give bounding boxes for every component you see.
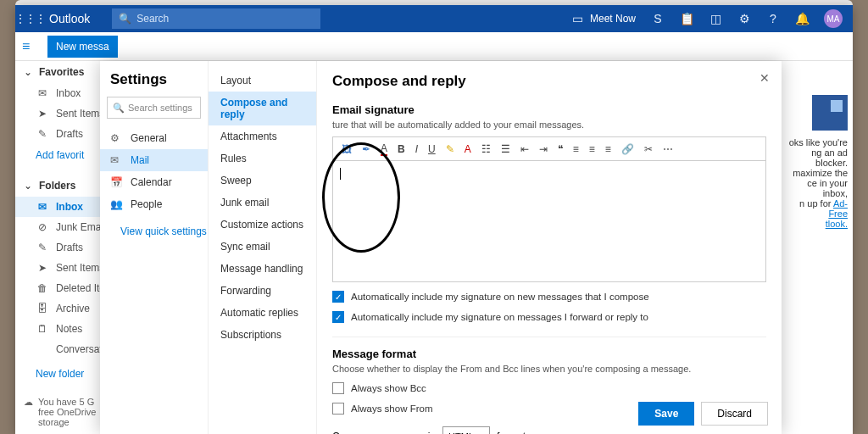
unlink-icon[interactable]: ✂ (644, 143, 653, 155)
pane-title: Compose and reply (332, 73, 766, 90)
draft-icon: ✎ (36, 242, 49, 253)
folders-heading: Folders (39, 180, 75, 192)
quote-icon[interactable]: ❝ (558, 143, 563, 155)
align-left-icon[interactable]: ≡ (573, 143, 579, 155)
checkbox-always-bcc[interactable] (332, 382, 344, 394)
junk-icon: ⊘ (36, 221, 49, 233)
italic-icon[interactable]: I (415, 143, 418, 155)
view-quick-settings-link[interactable]: View quick settings (100, 215, 208, 237)
bold-icon[interactable]: B (398, 143, 405, 155)
close-icon[interactable]: ✕ (760, 71, 770, 85)
settings-search-input[interactable]: 🔍 Search settings (107, 97, 201, 119)
mail-icon: ✉ (36, 201, 49, 213)
search-placeholder: Search (136, 13, 169, 25)
settings-opt-forwarding[interactable]: Forwarding (209, 280, 316, 302)
calendar-icon: 📅 (110, 176, 124, 188)
video-icon: ▭ (571, 12, 585, 25)
settings-opt-sweep[interactable]: Sweep (209, 170, 316, 192)
settings-opt-sync-email[interactable]: Sync email (209, 236, 316, 258)
meet-now-button[interactable]: ▭ Meet Now (571, 12, 636, 25)
settings-subnav: LayoutCompose and replyAttachmentsRulesS… (209, 61, 317, 434)
format-painter-icon[interactable]: ✒ (362, 143, 370, 155)
number-list-icon[interactable]: ☷ (481, 143, 491, 155)
insert-image-icon[interactable]: 🖼 (342, 143, 352, 155)
favorites-heading: Favorites (39, 66, 84, 78)
notifications-icon[interactable]: 🔔 (795, 12, 809, 25)
align-center-icon[interactable]: ≡ (589, 143, 595, 155)
cloud-icon: ☁ (24, 397, 33, 427)
message-format-desc: Choose whether to display the From and B… (332, 364, 766, 374)
settings-tab-general[interactable]: ⚙General (100, 127, 208, 149)
ad-blocker-notice: oks like you're ng an ad blocker. maximi… (785, 61, 853, 434)
releases-icon[interactable]: ◫ (709, 12, 722, 25)
notes-icon[interactable]: 📋 (680, 12, 693, 25)
settings-tab-mail[interactable]: ✉Mail (100, 149, 208, 171)
settings-opt-attachments[interactable]: Attachments (209, 125, 316, 147)
gear-icon: ⚙ (110, 132, 124, 144)
indent-icon[interactable]: ⇥ (539, 143, 548, 155)
settings-panel: Settings 🔍 Search settings ⚙General ✉Mai… (100, 61, 782, 434)
settings-opt-layout[interactable]: Layout (209, 70, 316, 92)
search-icon: 🔍 (119, 13, 131, 25)
font-color-icon[interactable]: A (381, 142, 387, 156)
message-format-heading: Message format (332, 348, 766, 360)
notes-icon: 🗒 (36, 323, 49, 335)
settings-title: Settings (100, 61, 208, 97)
outdent-icon[interactable]: ⇤ (520, 143, 529, 155)
people-icon: 👥 (110, 198, 124, 210)
checkbox-always-from[interactable] (332, 403, 344, 415)
highlight-icon[interactable]: ✎ (446, 143, 454, 155)
save-button[interactable]: Save (638, 402, 694, 426)
checkbox-include-new[interactable]: ✓ (332, 291, 344, 303)
settings-opt-message-handling[interactable]: Message handling (209, 258, 316, 280)
skype-icon[interactable]: S (651, 12, 665, 25)
search-input[interactable]: 🔍 Search (112, 8, 320, 29)
app-launcher-icon[interactable]: ⋮⋮⋮ (15, 13, 46, 25)
settings-opt-subscriptions[interactable]: Subscriptions (209, 324, 316, 346)
checkbox-include-reply[interactable]: ✓ (332, 311, 344, 323)
archive-icon: 🗄 (36, 303, 49, 314)
help-icon[interactable]: ? (766, 12, 780, 25)
hamburger-icon[interactable]: ≡ (22, 39, 47, 54)
discard-button[interactable]: Discard (701, 402, 768, 426)
outlook-big-icon (812, 95, 848, 131)
signature-textarea[interactable] (332, 160, 766, 282)
draft-icon: ✎ (36, 128, 49, 140)
mail-icon: ✉ (110, 154, 124, 166)
gear-icon[interactable]: ⚙ (737, 12, 751, 25)
sent-icon: ➤ (36, 262, 49, 274)
chevron-down-icon[interactable]: ⌄ (24, 180, 32, 192)
sent-icon: ➤ (36, 108, 49, 120)
align-right-icon[interactable]: ≡ (605, 143, 611, 155)
app-brand: Outlook (46, 12, 90, 25)
signature-desc: ture that will be automatically added to… (332, 120, 766, 130)
settings-opt-compose-and-reply[interactable]: Compose and reply (209, 92, 316, 125)
link-icon[interactable]: 🔗 (621, 143, 634, 155)
compose-format-select[interactable]: HTML (442, 426, 490, 434)
settings-opt-rules[interactable]: Rules (209, 147, 316, 170)
avatar[interactable]: MA (824, 9, 843, 28)
signature-toolbar: 🖼 ✒ A B I U ✎ A ☷ ☰ ⇤ ⇥ ❝ ≡ ≡ ≡ 🔗 (332, 136, 766, 160)
settings-opt-automatic-replies[interactable]: Automatic replies (209, 302, 316, 324)
settings-tab-people[interactable]: 👥People (100, 193, 208, 215)
new-message-button[interactable]: New messa (47, 36, 118, 58)
underline-icon[interactable]: U (428, 143, 436, 155)
settings-opt-junk-email[interactable]: Junk email (209, 192, 316, 214)
font-color2-icon[interactable]: A (465, 143, 471, 155)
chevron-down-icon[interactable]: ⌄ (24, 66, 32, 78)
signature-heading: Email signature (332, 103, 766, 116)
search-icon: 🔍 (113, 103, 125, 114)
more-icon[interactable]: ⋯ (663, 143, 673, 155)
ad-free-link-tail[interactable]: tlook. (826, 219, 848, 229)
settings-opt-customize-actions[interactable]: Customize actions (209, 214, 316, 236)
mail-icon: ✉ (36, 87, 49, 99)
trash-icon: 🗑 (36, 282, 49, 294)
settings-tab-calendar[interactable]: 📅Calendar (100, 171, 208, 193)
bullet-list-icon[interactable]: ☰ (501, 143, 510, 155)
